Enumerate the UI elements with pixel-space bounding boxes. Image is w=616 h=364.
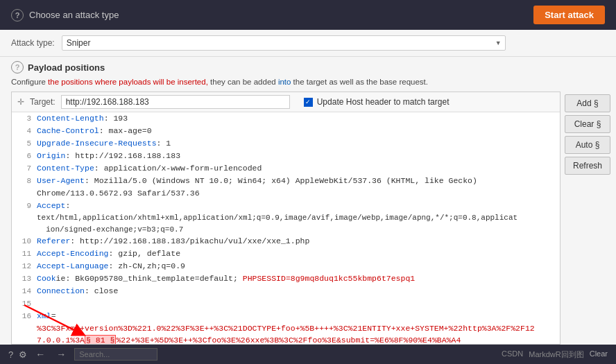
section-title: Choose an attack type (29, 10, 119, 20)
http-line: 6 Origin: http://192.168.188.183 (12, 150, 560, 162)
http-line: 8 User-Agent: Mozilla/5.0 (Windows NT 10… (12, 175, 560, 187)
update-host-checkbox[interactable]: ✓ (304, 98, 313, 107)
top-bar: ? Choose an attack type Start attack (0, 0, 616, 30)
bottom-bar: ? ⚙ ← → CSDN MarkdwR回到图 Clear (0, 345, 616, 364)
payload-positions-header: ? Payload positions (0, 57, 616, 75)
app-container: ? Choose an attack type Start attack Att… (0, 0, 616, 364)
http-line: 13 Cookie: BkG0p95780_think_template=def… (12, 272, 560, 285)
matches-label: MarkdwR回到图 (529, 349, 583, 360)
question-icon[interactable]: ? (8, 349, 13, 360)
payload-help-icon[interactable]: ? (11, 61, 24, 73)
forward-button[interactable]: → (53, 349, 69, 360)
http-line: 9 Accept: (12, 200, 560, 212)
target-label: Target: (30, 97, 55, 107)
http-line: 5 Upgrade-Insecure-Requests: 1 (12, 137, 560, 150)
update-host-label: Update Host header to match target (317, 97, 450, 107)
target-crosshair-icon: ✛ (17, 97, 24, 107)
http-line: text/html,application/xhtml+xml,applicat… (12, 212, 560, 235)
top-bar-left: ? Choose an attack type (11, 9, 119, 21)
payload-positions-section: ? Payload positions Configure the positi… (0, 57, 616, 345)
clear-label[interactable]: Clear (590, 349, 608, 360)
attack-type-select[interactable]: Sniper Battering ram Pitchfork Cluster b… (62, 35, 506, 51)
http-line-xml: 16 xml= (12, 310, 560, 322)
attack-type-section: Attack type: Sniper Battering ram Pitchf… (0, 30, 616, 57)
clear-payload-button[interactable]: Clear § (565, 115, 610, 133)
attack-type-select-wrapper[interactable]: Sniper Battering ram Pitchfork Cluster b… (62, 35, 506, 51)
http-line: 12 Accept-Language: zh-CN,zh;q=0.9 (12, 260, 560, 272)
http-line: 11 Accept-Encoding: gzip, deflate (12, 248, 560, 260)
bottom-right-info: CSDN MarkdwR回到图 Clear (502, 349, 608, 360)
add-payload-button[interactable]: Add § (565, 94, 610, 112)
http-line: 7 Content-Type: application/x-www-form-u… (12, 162, 560, 175)
search-input[interactable] (74, 348, 157, 361)
auto-payload-button[interactable]: Auto § (565, 136, 610, 154)
http-line: 4 Cache-Control: max-age=0 (12, 125, 560, 137)
http-line: 3 Content-Length: 193 (12, 112, 560, 125)
payload-positions-title: Payload positions (28, 62, 105, 73)
payload-positions-desc: Configure the positions where payloads w… (0, 75, 616, 92)
content-area: ✛ Target: ✓ Update Host header to match … (0, 92, 616, 345)
editor-panel: ✛ Target: ✓ Update Host header to match … (11, 92, 561, 345)
desc-blue-into: into (278, 78, 291, 86)
http-line: 15 (12, 297, 560, 310)
http-line: 10 Referer: http://192.168.188.183/pikac… (12, 235, 560, 248)
http-line: 14 Connection: close (12, 285, 560, 297)
back-button[interactable]: ← (33, 349, 48, 360)
target-input[interactable] (61, 95, 290, 109)
target-bar: ✛ Target: ✓ Update Host header to match … (12, 92, 560, 112)
http-line: Chrome/113.0.5672.93 Safari/537.36 (12, 187, 560, 200)
right-buttons-panel: Add § Clear § Auto § Refresh (561, 92, 610, 345)
payload-highlight: § 81 § (85, 335, 116, 344)
update-host-checkbox-row[interactable]: ✓ Update Host header to match target (304, 97, 450, 107)
attack-type-label: Attack type: (11, 38, 55, 48)
settings-icon[interactable]: ⚙ (19, 349, 27, 360)
refresh-button[interactable]: Refresh (565, 157, 610, 175)
http-editor[interactable]: 3 Content-Length: 193 4 Cache-Control: m… (12, 112, 560, 344)
start-attack-button[interactable]: Start attack (533, 6, 605, 24)
http-line-xml-payload: %3C%3Fxml+version%3D%221.0%22%3F%3E++%3C… (12, 322, 560, 344)
help-icon[interactable]: ? (11, 9, 24, 21)
csdn-label: CSDN (502, 349, 523, 360)
desc-red-text: the positions where payloads will be ins… (48, 78, 208, 86)
